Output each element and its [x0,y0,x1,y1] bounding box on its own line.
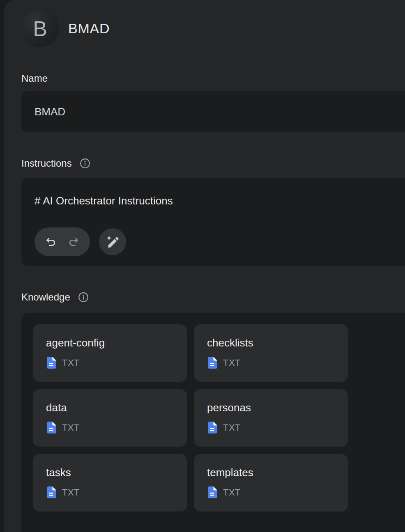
knowledge-label: Knowledge [21,291,70,303]
gem-avatar: B [21,10,59,47]
knowledge-file-card[interactable]: data TXT [33,389,187,447]
undo-redo-group [35,227,90,256]
redo-icon [67,236,80,248]
gem-editor-panel: B BMAD Name Instructions # AI Orchestrat… [4,0,405,532]
undo-button[interactable] [45,236,57,248]
file-name: templates [207,466,340,479]
document-icon [208,422,217,433]
instructions-label: Instructions [21,158,72,169]
file-name: checklists [207,337,340,349]
file-meta: TXT [47,486,179,498]
file-type-label: TXT [223,487,241,498]
instructions-info-icon[interactable] [79,158,91,169]
file-meta: TXT [208,357,340,369]
file-meta: TXT [47,422,179,433]
file-name: agent-config [46,337,179,349]
document-icon [208,357,217,369]
knowledge-file-card[interactable]: templates TXT [194,454,348,511]
name-label: Name [21,73,48,84]
file-name: tasks [46,466,179,479]
file-type-label: TXT [62,358,80,368]
file-meta: TXT [47,357,179,369]
file-name: data [46,401,179,414]
gem-avatar-letter: B [33,16,47,41]
name-input[interactable] [21,91,405,132]
name-label-row: Name [21,73,405,84]
knowledge-file-grid: agent-config TXT checklists [33,324,405,511]
file-meta: TXT [208,486,340,498]
knowledge-file-card[interactable]: agent-config TXT [33,324,187,382]
knowledge-info-icon[interactable] [78,291,89,303]
file-name: personas [207,401,340,414]
file-meta: TXT [208,422,340,433]
knowledge-file-card[interactable]: checklists TXT [194,324,348,382]
gem-title: BMAD [68,21,110,37]
redo-button[interactable] [67,236,80,248]
knowledge-container: agent-config TXT checklists [21,313,405,532]
instructions-toolbar [35,227,403,256]
document-icon [47,486,56,498]
instructions-editor[interactable]: # AI Orchestrator Instructions [21,178,405,266]
knowledge-file-card[interactable]: personas TXT [194,389,348,447]
knowledge-file-card[interactable]: tasks TXT [33,454,187,511]
file-type-label: TXT [223,422,241,433]
instructions-text[interactable]: # AI Orchestrator Instructions [35,194,403,207]
file-type-label: TXT [223,358,241,368]
sparkle-pencil-rewrite-icon [106,235,120,249]
file-type-label: TXT [62,422,80,433]
document-icon [47,422,56,433]
instructions-label-row: Instructions [21,158,405,169]
file-type-label: TXT [62,487,80,498]
gem-header: B BMAD [21,10,405,47]
rewrite-with-ai-button[interactable] [99,228,126,255]
document-icon [208,486,217,498]
undo-icon [45,236,57,248]
document-icon [47,357,56,369]
knowledge-label-row: Knowledge [21,291,405,303]
